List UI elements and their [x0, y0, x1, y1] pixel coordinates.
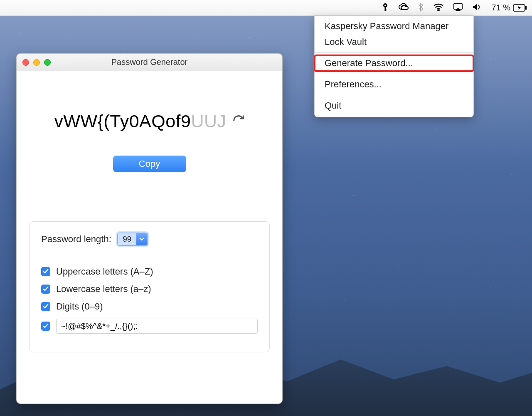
generated-password-text: vWW{(Ty0AQof9UUJ [54, 111, 226, 131]
system-menubar: 71 % [0, 0, 532, 16]
copy-button[interactable]: Copy [113, 156, 186, 172]
wifi-icon[interactable] [433, 3, 444, 13]
battery-icon [513, 4, 527, 12]
length-label: Password length: [41, 234, 111, 245]
password-truncated-part: UUJ [191, 111, 226, 131]
menubar-dropdown: Kaspersky Password Manager Lock Vault Ge… [314, 15, 474, 117]
special-checkbox[interactable] [41, 322, 50, 331]
menu-generate-password[interactable]: Generate Password... [315, 55, 473, 71]
menu-separator [315, 95, 473, 95]
length-value[interactable]: 99 [118, 233, 136, 245]
lowercase-checkbox[interactable] [41, 285, 50, 294]
menu-preferences[interactable]: Preferences... [315, 77, 473, 92]
airplay-icon[interactable] [453, 3, 463, 13]
length-row: Password length: 99 [41, 233, 258, 246]
window-titlebar[interactable]: Password Generator [17, 54, 282, 71]
panel-separator [41, 256, 258, 256]
length-combobox[interactable]: 99 [117, 233, 148, 246]
uppercase-row: Uppercase letters (A–Z) [41, 266, 258, 277]
uppercase-checkbox[interactable] [41, 267, 50, 276]
menu-lock-vault[interactable]: Lock Vault [315, 34, 473, 50]
chevron-down-icon[interactable] [136, 233, 147, 245]
menu-separator [315, 74, 473, 74]
password-generator-window: Password Generator vWW{(Ty0AQof9UUJ Copy… [16, 53, 283, 404]
lowercase-label: Lowercase letters (a–z) [56, 284, 151, 295]
lowercase-row: Lowercase letters (a–z) [41, 284, 258, 295]
special-row [41, 319, 258, 334]
svg-rect-7 [525, 6, 527, 10]
volume-icon[interactable] [472, 3, 482, 13]
options-panel: Password length: 99 Uppercase letters (A… [29, 221, 270, 352]
battery-status[interactable]: 71 % [491, 3, 527, 12]
menu-quit[interactable]: Quit [315, 98, 473, 114]
close-button[interactable] [22, 59, 29, 66]
svg-rect-3 [385, 10, 387, 10]
dropdown-header: Kaspersky Password Manager [315, 18, 473, 34]
svg-point-4 [438, 10, 439, 11]
regenerate-icon[interactable] [232, 114, 245, 129]
minimize-button[interactable] [33, 59, 40, 66]
digits-checkbox[interactable] [41, 302, 50, 311]
svg-point-1 [384, 5, 386, 6]
cloud-icon[interactable] [398, 3, 409, 13]
zoom-button[interactable] [44, 59, 51, 66]
password-visible-part: vWW{(Ty0AQof9 [54, 111, 191, 131]
uppercase-label: Uppercase letters (A–Z) [56, 266, 153, 277]
digits-label: Digits (0–9) [56, 301, 103, 312]
battery-percent: 71 % [491, 3, 510, 12]
menu-separator [315, 52, 473, 53]
key-icon[interactable] [382, 3, 389, 13]
bluetooth-icon[interactable] [418, 2, 424, 13]
generated-password-row: vWW{(Ty0AQof9UUJ [17, 111, 282, 131]
digits-row: Digits (0–9) [41, 301, 258, 312]
special-chars-input[interactable] [56, 319, 258, 334]
window-title: Password Generator [111, 57, 187, 67]
